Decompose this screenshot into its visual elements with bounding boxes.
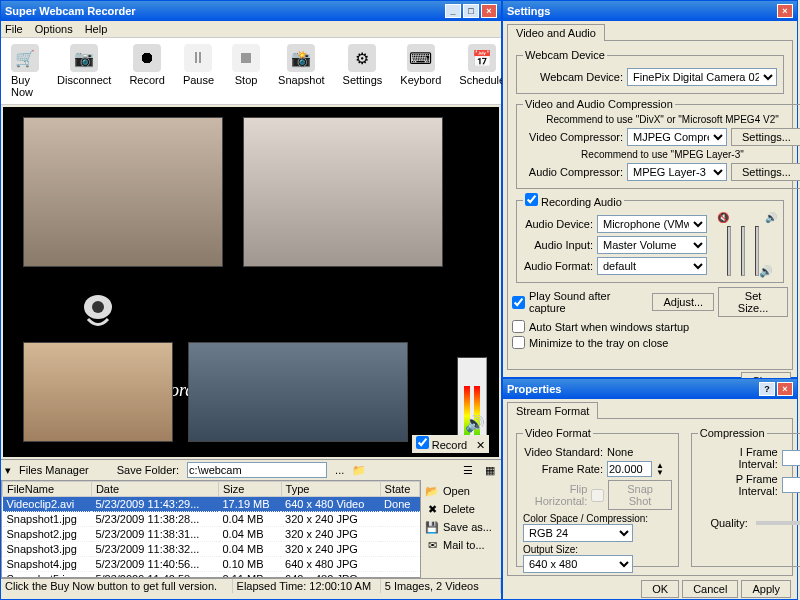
preview-thumb [243, 117, 443, 267]
tool-record[interactable]: ⏺Record [123, 42, 170, 100]
browse-folder-button[interactable]: ... [335, 464, 344, 476]
volume-meter [457, 357, 487, 447]
action-delete[interactable]: ✖Delete [423, 500, 499, 518]
minimize-button[interactable]: _ [445, 4, 461, 18]
table-row[interactable]: Snapshot5.jpg5/23/2009 11:40:58...0.11 M… [3, 572, 420, 579]
preview-area: Recording Webcam Video From... 🔊 Record … [3, 107, 499, 457]
folder-open-icon[interactable]: 📁 [352, 463, 366, 477]
set-size-button[interactable]: Set Size... [718, 287, 788, 317]
col-header[interactable]: FileName [3, 482, 92, 497]
tool-stop[interactable]: ⏹Stop [226, 42, 266, 100]
speaker-icon: 🔊 [759, 265, 773, 278]
flip-checkbox [591, 489, 604, 502]
audio-input-select[interactable]: Master Volume [597, 236, 707, 254]
table-row[interactable]: Snapshot2.jpg5/23/2009 11:38:31...0.04 M… [3, 527, 420, 542]
audio-settings-button[interactable]: Settings... [731, 163, 800, 181]
col-header[interactable]: State [380, 482, 419, 497]
table-row[interactable]: Videoclip2.avi5/23/2009 11:43:29...17.19… [3, 497, 420, 512]
speaker-icon: 🔇 [717, 212, 729, 223]
view-grid-icon[interactable]: ▦ [483, 463, 497, 477]
save-folder-input[interactable] [187, 462, 327, 478]
recording-audio-group: Recording Audio Audio Device:Microphone … [516, 193, 784, 283]
col-header[interactable]: Type [281, 482, 380, 497]
recording-audio-checkbox[interactable] [525, 193, 538, 206]
adjust-button[interactable]: Adjust... [652, 293, 714, 311]
settings-title: Settings [507, 5, 550, 17]
colorspace-select[interactable]: RGB 24 [523, 524, 633, 542]
tab-stream-format[interactable]: Stream Format [507, 402, 598, 419]
tool-disconnect[interactable]: 📷Disconnect [51, 42, 117, 100]
apply-button[interactable]: Apply [741, 580, 791, 598]
cancel-button[interactable]: Cancel [682, 580, 738, 598]
statusbar: Click the Buy Now button to get full ver… [1, 578, 501, 593]
compression-group: Compression I Frame Interval:▲▼ P Frame … [691, 427, 800, 567]
files-bar: ▾ Files Manager Save Folder: ... 📁 ☰ ▦ [1, 459, 501, 480]
video-compressor-select[interactable]: MJPEG Compressor [627, 128, 727, 146]
status-right: 5 Images, 2 Videos [381, 579, 501, 593]
preview-thumb [188, 342, 408, 442]
menu-options[interactable]: Options [35, 23, 73, 35]
maximize-button[interactable]: □ [463, 4, 479, 18]
table-row[interactable]: Snapshot4.jpg5/23/2009 11:40:56...0.10 M… [3, 557, 420, 572]
tool-pause[interactable]: ⏸Pause [177, 42, 220, 100]
speaker-icon[interactable]: 🔊 [465, 414, 485, 433]
collapse-icon[interactable]: ▾ [5, 464, 11, 477]
action-open[interactable]: 📂Open [423, 482, 499, 500]
tab-video-audio[interactable]: Video and Audio [507, 24, 605, 41]
webcam-device-select[interactable]: FinePix Digital Camera 020724 (W [627, 68, 777, 86]
quality-slider[interactable] [756, 521, 800, 525]
save-folder-label: Save Folder: [117, 464, 179, 476]
properties-titlebar: Properties ?× [503, 379, 797, 399]
tool-snapshot[interactable]: 📸Snapshot [272, 42, 330, 100]
close-button[interactable]: × [481, 4, 497, 18]
col-header[interactable]: Size [219, 482, 282, 497]
auto-start-checkbox[interactable] [512, 320, 525, 333]
snapshot-button: Snap Shot [608, 480, 671, 510]
iframe-input [782, 450, 800, 466]
properties-window: Properties ?× Stream Format Video Format… [502, 378, 798, 600]
menu-file[interactable]: File [5, 23, 23, 35]
tool-keybord[interactable]: ⌨Keybord [394, 42, 447, 100]
file-table[interactable]: FileNameDateSizeTypeStateVideoclip2.avi5… [1, 480, 421, 578]
video-format-group: Video Format Video Standard:None Frame R… [516, 427, 679, 567]
status-left: Click the Buy Now button to get full ver… [1, 579, 233, 593]
menubar: File Options Help [1, 21, 501, 38]
main-window: Super Webcam Recorder _ □ × File Options… [0, 0, 502, 600]
preview-thumb [23, 342, 173, 442]
action-mailto[interactable]: ✉Mail to... [423, 536, 499, 554]
pframe-input [782, 477, 800, 493]
frame-rate-input[interactable] [607, 461, 652, 477]
audio-compressor-select[interactable]: MPEG Layer-3 [627, 163, 727, 181]
video-settings-button[interactable]: Settings... [731, 128, 800, 146]
view-list-icon[interactable]: ☰ [461, 463, 475, 477]
webcam-icon [73, 292, 123, 332]
close-button[interactable]: × [777, 382, 793, 396]
output-size-select[interactable]: 640 x 480 [523, 555, 633, 573]
menu-help[interactable]: Help [85, 23, 108, 35]
close-button[interactable]: × [777, 4, 793, 18]
col-header[interactable]: Date [91, 482, 218, 497]
table-row[interactable]: Snapshot3.jpg5/23/2009 11:38:32...0.04 M… [3, 542, 420, 557]
files-manager-label: Files Manager [19, 464, 89, 476]
table-row[interactable]: Snapshot1.jpg5/23/2009 11:38:28...0.04 M… [3, 512, 420, 527]
svg-point-1 [92, 301, 104, 313]
properties-title: Properties [507, 383, 561, 395]
record-checkbox[interactable]: Record ✕ [412, 435, 489, 453]
settings-window: Settings × Video and Audio Webcam Device… [502, 0, 798, 378]
main-title: Super Webcam Recorder [5, 5, 136, 17]
audio-mixer[interactable]: 🔇 🔊 🔊 [717, 212, 777, 278]
status-mid: Elapsed Time: 12:00:10 AM [233, 579, 381, 593]
main-titlebar: Super Webcam Recorder _ □ × [1, 1, 501, 21]
spinner-icon[interactable]: ▲▼ [656, 462, 668, 476]
help-button[interactable]: ? [759, 382, 775, 396]
action-saveas[interactable]: 💾Save as... [423, 518, 499, 536]
tool-buy-now[interactable]: 🛒Buy Now [5, 42, 45, 100]
settings-titlebar: Settings × [503, 1, 797, 21]
audio-device-select[interactable]: Microphone (VMware VM [597, 215, 707, 233]
minimize-tray-checkbox[interactable] [512, 336, 525, 349]
ok-button[interactable]: OK [641, 580, 679, 598]
play-sound-checkbox[interactable] [512, 296, 525, 309]
audio-format-select[interactable]: default [597, 257, 707, 275]
tool-settings[interactable]: ⚙Settings [337, 42, 389, 100]
compression-group: Video and Audio Compression Recommend to… [516, 98, 800, 189]
